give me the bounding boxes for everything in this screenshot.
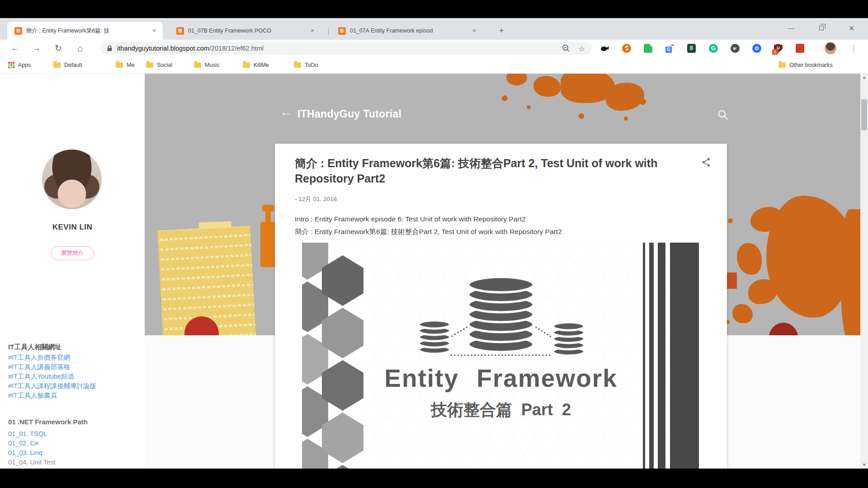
bookmarks-bar: Apps Default Me Social Music KillMe ToDo [0,57,868,74]
tab-01-07a[interactable]: B 01_07A Entity Framework episod × [331,22,483,40]
blog-title[interactable]: ITHandyGuy Tutorial [297,108,401,120]
splatter-decor [506,74,527,85]
zoom-out-icon[interactable] [561,44,571,53]
bookmark-label: Apps [18,62,31,68]
sidebar-item-current: 01_04. Unit Test [8,459,56,466]
url-path: /2018/12/ef62.html [209,45,264,52]
bookmark-folder-killme[interactable]: KillMe [243,57,269,73]
post-title: 簡介 : Entity Framework第6篇: 技術整合Part 2, Te… [295,155,684,186]
sidebar-link[interactable]: #IT工具人折價券官網 [8,353,70,362]
profile-name: KEVIN LIN [0,223,145,232]
post-intro-english: Intro : Entity Framework episode 6: Test… [295,215,526,223]
bookmark-folder-social[interactable]: Social [146,57,172,73]
blogger-favicon-icon: B [338,27,346,35]
blue-ring-extension-icon[interactable] [752,44,761,53]
splatter-decor [640,99,646,105]
forward-button[interactable]: → [30,42,43,55]
bookmark-folder-default[interactable]: Default [53,57,82,73]
apps-shortcut[interactable]: Apps [8,57,31,73]
profile-photo[interactable] [42,150,102,209]
splatter-decor [769,323,798,335]
post-hero-image[interactable]: Entity Framework 技術整合篇 Part 2 [302,243,700,469]
restore-button[interactable] [806,18,836,38]
page-scrollbar[interactable]: ▲ ▼ [860,74,868,469]
vertical-bar-decor [670,243,699,469]
tab-separator [328,28,329,35]
minimize-button[interactable]: — [776,18,806,38]
close-window-button[interactable]: × [836,18,867,38]
lock-icon[interactable] [107,45,113,52]
apps-grid-icon [8,62,14,68]
google-translate-extension-icon[interactable]: G [665,44,675,53]
tab-close-icon[interactable]: × [308,27,316,35]
dark-arrow-extension-icon[interactable] [731,44,740,53]
bookmark-label: Other bookmarks [789,62,833,68]
bookmark-folder-todo[interactable]: ToDo [294,57,318,73]
scroll-down-icon[interactable]: ▼ [860,461,868,469]
bookmark-label: Music [205,62,220,68]
post-card: 簡介 : Entity Framework第6篇: 技術整合Part 2, Te… [275,144,727,469]
tab-title: 01_07A Entity Framework episod [350,28,467,34]
home-button[interactable]: ⌂ [73,42,87,55]
whale-extension-icon[interactable] [600,44,609,53]
post-intro-chinese: 簡介 : Entity Framework第6篇: 技術整合Part 2, Te… [295,227,562,237]
blog-back-arrow[interactable]: ← [280,105,292,119]
tab-blog-post[interactable]: B 簡介 : Entity Framework第6篇: 技 × [7,22,163,40]
other-bookmarks-button[interactable]: Other bookmarks [778,57,833,73]
splatter-decor [624,117,628,121]
splatter-decor [502,95,508,101]
bookmark-star-icon[interactable]: ☆ [579,44,585,53]
bookmark-label: Social [157,62,172,68]
sidebar-link[interactable]: #IT工具人臉書頁 [8,391,57,400]
blogger-favicon-icon: B [176,27,184,35]
extension-badge: 5 [772,49,778,55]
back-button[interactable]: ← [8,42,22,55]
sidebar-link[interactable]: 01_02. C# [8,440,38,447]
splatter-decor [533,76,561,97]
grammarly-extension-icon[interactable]: G [709,44,718,53]
tab-close-icon[interactable]: × [470,27,478,35]
folder-icon [194,62,201,68]
hero-subtitle: 技術整合篇 Part 2 [302,399,700,421]
sidebar-section-heading: 01 .NET Framework Path [8,418,88,426]
share-icon[interactable] [702,157,711,167]
bookmark-folder-music[interactable]: Music [194,57,220,73]
folder-icon [243,62,250,68]
blog-sidebar: KEVIN LIN 瀏覽簡介 IT工具人相關網址 #IT工具人折價券官網 #IT… [0,74,145,469]
scroll-up-icon[interactable]: ▲ [860,74,868,81]
database-cylinders-graphic [302,267,700,362]
vertical-bar-decor [649,243,654,469]
folder-icon [146,62,153,68]
splatter-decor [527,105,531,109]
tab-01-07b[interactable]: B 01_07B Entity Framework POCO × [169,22,321,40]
reload-button[interactable]: ↻ [52,42,65,55]
tab-title: 01_07B Entity Framework POCO [188,28,305,34]
bookmark-folder-me[interactable]: Me [116,57,134,73]
mobile-phone-extension-icon[interactable] [687,44,696,53]
blog-search-icon[interactable] [717,109,729,121]
splatter-decor [606,83,644,111]
orange-cast-extension-icon[interactable] [622,44,631,53]
browse-profile-button[interactable]: 瀏覽簡介 [51,246,94,260]
restore-icon [819,26,824,30]
sidebar-link[interactable]: 01_01. TSQL [8,430,47,437]
address-bar[interactable]: ithandyguytutorial.blogspot.com/2018/12/… [100,42,591,55]
scrollbar-thumb[interactable] [861,99,867,130]
sidebar-link[interactable]: 01_03. Linq [8,449,42,456]
folder-icon [778,62,786,68]
new-tab-button[interactable]: + [495,25,507,37]
sidebar-link[interactable]: #IT工具人Youtube頻道 [8,372,74,381]
splatter-decor [748,279,778,304]
browser-menu-icon[interactable]: ⋮ [848,43,859,54]
red-square-extension-icon[interactable] [796,44,805,53]
browser-window: B 簡介 : Entity Framework第6篇: 技 × B 01_07B… [0,18,868,469]
splatter-decor [727,272,737,289]
sidebar-link[interactable]: 01_04A MSTest Unit test of data [8,468,102,469]
shield-extension-icon[interactable]: U 5 [774,44,783,53]
profile-avatar-icon[interactable] [825,42,836,54]
sidebar-link[interactable]: #IT工具人課程課後輔導討論版 [8,382,96,390]
sidebar-link[interactable]: #IT工具人講義部落格 [8,363,70,371]
evernote-extension-icon[interactable] [644,44,653,53]
tab-close-icon[interactable]: × [150,27,158,35]
splatter-decor [579,113,584,119]
